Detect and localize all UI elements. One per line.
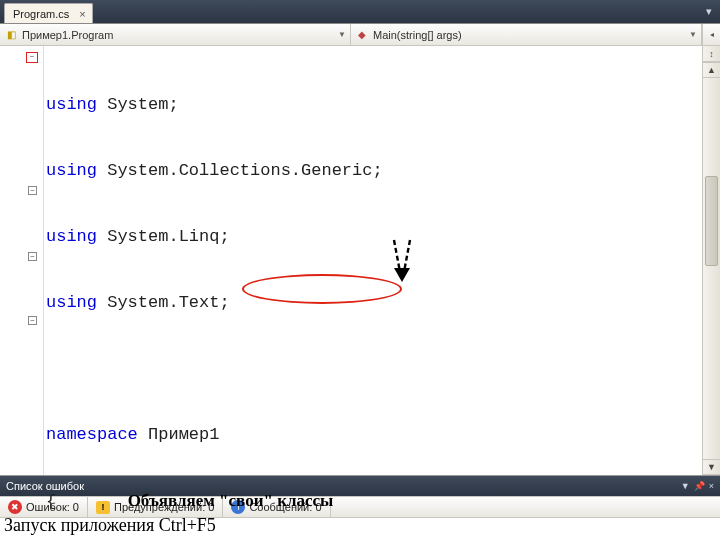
chevron-down-icon: ▾	[706, 5, 712, 18]
error-icon: ✖	[8, 500, 22, 514]
close-icon[interactable]: ×	[79, 8, 85, 20]
code-text: System.Linq;	[97, 227, 230, 246]
code-keyword: using	[46, 227, 97, 246]
outline-toggle-icon[interactable]: −	[26, 52, 38, 63]
chevron-down-icon: ▼	[338, 30, 346, 39]
file-tab-label: Program.cs	[13, 8, 69, 20]
code-keyword: using	[46, 293, 97, 312]
code-keyword: using	[46, 95, 97, 114]
code-keyword: namespace	[46, 425, 138, 444]
code-text: Пример1	[138, 425, 220, 444]
member-selector-label: Main(string[] args)	[373, 29, 462, 41]
scroll-thumb[interactable]	[705, 176, 718, 266]
code-keyword: using	[46, 161, 97, 180]
class-selector[interactable]: ◧ Пример1.Program ▼	[0, 24, 351, 45]
vertical-scrollbar[interactable]: ↕ ▲ ▼	[702, 46, 720, 475]
code-text: System.Text;	[97, 293, 230, 312]
code-text: System.Collections.Generic;	[97, 161, 383, 180]
annotation: Объявляем "свои" классы	[128, 491, 334, 510]
caption-text: Запуск приложения Ctrl+F5	[4, 515, 216, 536]
chevron-down-icon: ▼	[689, 30, 697, 39]
split-icon[interactable]: ↕	[703, 46, 720, 62]
outline-toggle-icon[interactable]: −	[28, 252, 37, 261]
code-text: {	[46, 492, 56, 511]
class-icon: ◧	[4, 28, 18, 42]
class-selector-label: Пример1.Program	[22, 29, 113, 41]
method-icon: ◆	[355, 28, 369, 42]
arrow-icon	[384, 236, 428, 286]
nav-back-icon[interactable]: ◂	[702, 24, 720, 45]
highlight-oval	[242, 274, 402, 304]
code-text: System;	[97, 95, 179, 114]
code-gutter: − − − −	[0, 46, 44, 475]
close-icon[interactable]: ×	[709, 481, 714, 491]
member-selector[interactable]: ◆ Main(string[] args) ▼	[351, 24, 702, 45]
scroll-down-icon[interactable]: ▼	[703, 459, 720, 475]
outline-toggle-icon[interactable]: −	[28, 186, 37, 195]
outline-toggle-icon[interactable]: −	[28, 316, 37, 325]
scroll-up-icon[interactable]: ▲	[703, 62, 720, 78]
tab-overflow[interactable]: ▾	[698, 0, 716, 23]
file-tab[interactable]: Program.cs ×	[4, 3, 93, 23]
code-editor[interactable]: using System; using System.Collections.G…	[44, 46, 702, 475]
